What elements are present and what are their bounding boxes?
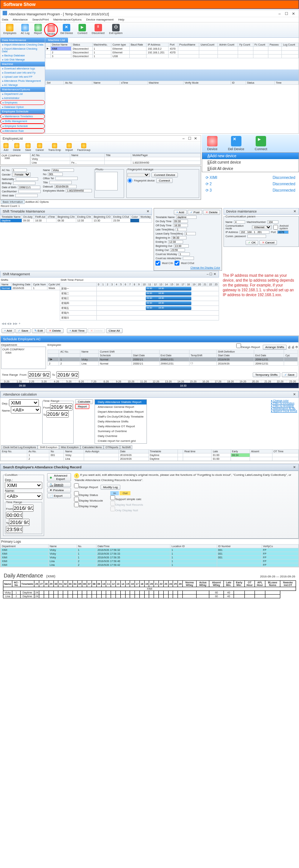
calc-grid[interactable]: Emp No.Ac-No.NoNameAuto-AssignDateTimeta… xyxy=(0,449,299,461)
in-card[interactable] xyxy=(18,190,41,193)
shift-tt-grid[interactable]: Timetable NameOn-dutyFiniff-dutcTimeBegi… xyxy=(0,215,152,223)
in-acno[interactable] xyxy=(12,168,27,172)
i-wd[interactable] xyxy=(179,252,190,256)
in-office[interactable] xyxy=(55,177,78,180)
side-item[interactable]: Employee Schedule xyxy=(0,124,45,128)
search-btn[interactable]: Search xyxy=(47,482,71,487)
i-begout[interactable] xyxy=(174,244,189,248)
emp-tbtn[interactable]: Delete xyxy=(11,142,23,152)
rpt-menu-item[interactable]: Create report for current grid xyxy=(95,438,147,443)
calc-link[interactable]: ● Maintenance AL/BL xyxy=(271,407,297,410)
shift-tt-close[interactable]: ✕ xyxy=(147,210,150,213)
in-dateout[interactable] xyxy=(54,185,77,188)
calc-to[interactable] xyxy=(46,410,69,418)
side-item[interactable]: Department List xyxy=(0,92,45,96)
s-tt[interactable] xyxy=(6,526,23,533)
search-grid[interactable]: DepartmentNameNo.Date/TimeLocation IDID … xyxy=(0,544,299,567)
employees-button[interactable]: Employees xyxy=(1,23,19,37)
emp-tbtn[interactable]: Save xyxy=(23,142,33,152)
cb-design2[interactable] xyxy=(74,483,79,488)
sm-edit[interactable]: Edit xyxy=(32,328,46,333)
cb-design[interactable] xyxy=(236,343,241,348)
side-item[interactable]: Attendance Photo Management xyxy=(0,79,45,83)
fp-radio[interactable] xyxy=(127,178,132,183)
change-color-link[interactable]: Change the Display Color xyxy=(155,266,220,269)
machine-list-grid[interactable]: Device NameStatusMachineNo.Comm typeBaud… xyxy=(45,43,299,58)
close-button[interactable]: ✕ xyxy=(290,12,296,16)
zoom-btn[interactable]: Del Device xyxy=(223,134,250,152)
s-to[interactable] xyxy=(9,519,30,526)
sched-from-in[interactable] xyxy=(28,371,50,378)
menu-help[interactable]: Help xyxy=(118,18,124,21)
i-begin[interactable] xyxy=(172,236,187,239)
device-row[interactable]: ⟳ 2Disconnected xyxy=(204,181,297,187)
sm-clear[interactable]: Clear All xyxy=(106,328,123,333)
sched-to-in[interactable] xyxy=(56,371,79,378)
i-mode[interactable]: Ethernet xyxy=(252,225,272,229)
menu-data[interactable]: Data xyxy=(2,18,8,21)
calc-tab[interactable]: Clock In/Out Log Exceptions xyxy=(1,445,38,449)
sched-grid[interactable]: AC No.NameCurrent ShiftShift DefinitionS… xyxy=(47,350,298,366)
menu-add-device[interactable]: AAdd new device xyxy=(202,153,299,159)
sm-addtime[interactable]: Add Time xyxy=(67,328,87,333)
i-offduty[interactable] xyxy=(173,224,188,227)
modify-log-btn[interactable]: Modify Log xyxy=(101,485,120,490)
i-onduty[interactable] xyxy=(173,220,188,223)
tab-basic[interactable]: Basic Information xyxy=(1,200,25,204)
connect-button[interactable]: Connect xyxy=(75,23,89,37)
connect2-btn[interactable]: Connect xyxy=(156,178,173,183)
calc-close[interactable]: ✕ xyxy=(293,393,296,396)
cb-cin[interactable] xyxy=(155,261,160,266)
sched-save-btn[interactable]: Save xyxy=(282,372,297,377)
calc-tab[interactable]: Calculated Items xyxy=(80,445,104,449)
lower-grid[interactable]: SelAc-NoNamesTimeMachineVerify ModeIDSta… xyxy=(45,81,299,85)
s-name[interactable]: <All> xyxy=(5,493,42,500)
i-leave[interactable] xyxy=(185,232,196,235)
in-bday[interactable] xyxy=(13,182,36,185)
stt-delete[interactable]: Delete xyxy=(203,210,220,215)
calc-link[interactable]: ● Change color xyxy=(271,399,297,402)
cb-cout[interactable] xyxy=(175,261,179,266)
i-ip[interactable] xyxy=(240,230,269,234)
menu-search[interactable]: Search/Print xyxy=(32,18,49,21)
i-late[interactable] xyxy=(176,228,187,231)
machine-list-tab[interactable]: Machine List xyxy=(45,38,68,43)
side-item[interactable]: Download user info and Fp xyxy=(0,71,45,75)
cb-android[interactable] xyxy=(273,225,278,230)
device-row[interactable]: ⟳ 3Disconnected xyxy=(204,187,297,193)
menu-edit-all[interactable]: EEdit All device xyxy=(202,165,299,172)
side-item[interactable]: Employees xyxy=(0,100,45,105)
i-ttname[interactable] xyxy=(176,216,197,219)
report-button[interactable]: Report xyxy=(32,23,44,37)
sm-min[interactable]: – xyxy=(207,272,209,276)
sm-shifts-grid[interactable]: NameBeginning DateCycle NumCycle UnitNor… xyxy=(0,282,62,290)
in-empmob[interactable] xyxy=(66,189,92,192)
calc-link[interactable]: ● Filter by timetable xyxy=(271,404,297,407)
emp-max[interactable]: ☐ xyxy=(187,136,192,140)
search-close[interactable]: ✕ xyxy=(293,465,296,469)
rpt-menu-item[interactable]: Daily Overtime xyxy=(95,434,147,438)
report-btn[interactable]: Report xyxy=(75,404,89,409)
devmaint-close[interactable]: ✕ xyxy=(293,210,296,213)
i-port[interactable] xyxy=(277,230,289,234)
zoom-btn[interactable]: Connect xyxy=(250,134,273,152)
menu-attendance[interactable]: Attendance xyxy=(13,18,28,21)
rpt-menu-item[interactable]: Daily Attendance OT Report xyxy=(95,424,147,429)
emp-tbtn[interactable]: Import xyxy=(63,142,75,152)
calc-btn[interactable]: Calculate xyxy=(75,399,93,404)
tab-addition[interactable]: Addition xyxy=(25,201,35,203)
sm-close[interactable]: ✕ xyxy=(213,272,216,276)
i-endout[interactable] xyxy=(170,248,185,252)
rpt-menu-item[interactable]: Daily Attendance Statistic Report xyxy=(95,400,147,404)
emp-close[interactable]: ✕ xyxy=(192,136,198,140)
menu-maint[interactable]: Maintenance/Options xyxy=(53,18,82,21)
cb-simple[interactable] xyxy=(110,495,115,500)
deldevice-button[interactable]: Del Device xyxy=(58,23,75,37)
side-item[interactable]: AC Manage xyxy=(0,83,45,87)
calc-tab[interactable]: Shift Exception xyxy=(38,445,59,449)
rpt-menu-item[interactable]: Attendance General Report xyxy=(95,404,147,409)
calc-tab[interactable]: OTReports xyxy=(104,445,120,449)
cb-dispw[interactable] xyxy=(74,497,79,502)
device-row[interactable]: ⟳ XIMIDisconnected xyxy=(204,174,297,181)
side-item[interactable]: Database Option xyxy=(0,105,45,109)
